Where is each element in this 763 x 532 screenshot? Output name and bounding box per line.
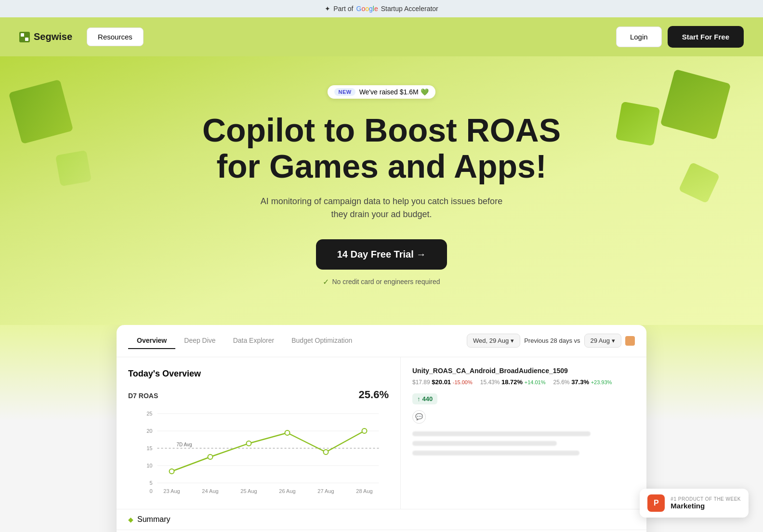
svg-point-12 <box>170 469 174 474</box>
announcement-badge: NEW We've raised $1.6M 💚 <box>328 85 435 99</box>
compare-date: 29 Aug <box>591 337 610 344</box>
score-arrow-icon: ↑ <box>417 395 421 402</box>
chart-value: 25.6% <box>359 389 389 401</box>
svg-text:10: 10 <box>146 463 152 468</box>
chart-section: Today's Overview D7 ROAS 25.6% 25 <box>117 357 401 509</box>
cube-right-small <box>678 162 720 203</box>
cube-left-big <box>9 79 74 144</box>
ph-category: Marketing <box>671 502 741 510</box>
comment-icon[interactable]: 💬 <box>412 410 426 424</box>
svg-text:25: 25 <box>146 411 152 416</box>
svg-text:0: 0 <box>149 488 152 494</box>
dashboard-body: Today's Overview D7 ROAS 25.6% 25 <box>117 357 646 509</box>
logo-icon <box>19 32 30 42</box>
blurred-content <box>412 431 635 455</box>
hero-subtitle: AI monitoring of campaign data to help y… <box>251 195 512 221</box>
logo-text: Segwise <box>34 31 72 42</box>
score-badge: ↑ 440 <box>412 393 437 404</box>
svg-point-17 <box>362 428 367 433</box>
new-tag: NEW <box>334 88 355 96</box>
campaign-name: Unity_ROAS_CA_Android_BroadAudience_1509 <box>412 367 635 375</box>
hero-section: NEW We've raised $1.6M 💚 Copilot to Boos… <box>0 56 763 325</box>
chart-title-row: D7 ROAS 25.6% <box>128 389 389 401</box>
resources-button[interactable]: Resources <box>87 27 144 46</box>
ph-rank: #1 PRODUCT OF THE WEEK <box>671 496 741 502</box>
svg-text:24 Aug: 24 Aug <box>202 488 218 494</box>
no-cc-text: ✓ No credit card or engineers required <box>323 277 440 286</box>
summary-icon: ◆ <box>128 516 133 523</box>
chart-svg-wrap: 25 20 15 10 5 0 7D Avg <box>128 409 389 497</box>
right-section: Unity_ROAS_CA_Android_BroadAudience_1509… <box>401 357 646 509</box>
negatively-row: ✕ Negatively affecting campaigns <box>117 530 646 532</box>
color-swatch <box>625 336 635 346</box>
blurred-row-1 <box>412 431 591 436</box>
cube-right-mid <box>616 102 660 146</box>
badge-text: We've raised $1.6M 💚 <box>359 88 429 96</box>
summary-label: Summary <box>137 515 170 524</box>
blurred-row-3 <box>412 451 579 455</box>
metric-ctr: 15.43% 18.72% +14.01% <box>480 378 546 386</box>
start-free-button[interactable]: Start For Free <box>668 26 744 48</box>
date-label: Wed, 29 Aug <box>473 337 509 344</box>
logo: Segwise <box>19 31 72 42</box>
spark-icon: ✦ <box>325 5 330 13</box>
comment-area: 💬 <box>412 410 635 424</box>
date-selector: Wed, 29 Aug ▾ Previous 28 days vs 29 Aug… <box>467 334 635 348</box>
svg-text:26 Aug: 26 Aug <box>279 488 295 494</box>
banner-prefix: Part of <box>333 5 353 13</box>
compare-label: Previous 28 days vs <box>524 337 580 344</box>
nav-left: Segwise Resources <box>19 27 144 46</box>
tab-data-explorer[interactable]: Data Explorer <box>224 333 283 349</box>
svg-text:28 Aug: 28 Aug <box>356 488 372 494</box>
date-pill[interactable]: Wed, 29 Aug ▾ <box>467 334 520 348</box>
chevron-down-icon2: ▾ <box>612 337 615 344</box>
top-banner: ✦ Part of Google Startup Accelerator <box>0 0 763 17</box>
dashboard-card: Overview Deep Dive Data Explorer Budget … <box>117 325 646 532</box>
chart-title: D7 ROAS <box>128 392 158 400</box>
svg-text:27 Aug: 27 Aug <box>317 488 334 494</box>
cta-button[interactable]: 14 Day Free Trial → <box>316 239 447 270</box>
navbar: Segwise Resources Login Start For Free <box>0 17 763 56</box>
product-hunt-badge[interactable]: P #1 PRODUCT OF THE WEEK Marketing <box>640 489 749 518</box>
cube-right-big <box>660 69 731 140</box>
campaign-metrics: $17.89 $20.01 -15.00% 15.43% 18.72% +14.… <box>412 378 635 404</box>
svg-point-15 <box>285 430 290 435</box>
banner-suffix: Startup Accelerator <box>381 5 438 13</box>
metric-spend: $17.89 $20.01 -15.00% <box>412 378 473 386</box>
svg-point-16 <box>324 450 329 454</box>
svg-text:23 Aug: 23 Aug <box>163 488 180 494</box>
svg-text:25 Aug: 25 Aug <box>240 488 257 494</box>
tab-budget-optimization[interactable]: Budget Optimization <box>283 333 361 349</box>
chevron-down-icon: ▾ <box>511 337 514 344</box>
tab-deep-dive[interactable]: Deep Dive <box>175 333 224 349</box>
compare-date-pill[interactable]: 29 Aug ▾ <box>584 334 622 348</box>
ph-letter: P <box>654 499 659 507</box>
dashboard-footer: ◆ Summary <box>117 509 646 530</box>
score-value: 440 <box>422 395 433 402</box>
chart-svg: 25 20 15 10 5 0 7D Avg <box>128 409 389 495</box>
cube-left-small <box>55 150 92 186</box>
dashboard-tabs: Overview Deep Dive Data Explorer Budget … <box>117 325 646 357</box>
svg-text:5: 5 <box>149 480 152 486</box>
ph-icon: P <box>647 494 665 512</box>
svg-point-13 <box>208 454 213 459</box>
ph-text: #1 PRODUCT OF THE WEEK Marketing <box>671 496 741 510</box>
blurred-row-2 <box>412 441 557 446</box>
google-brand: Google <box>356 5 378 13</box>
login-button[interactable]: Login <box>616 26 662 47</box>
svg-text:20: 20 <box>146 428 152 434</box>
svg-point-14 <box>247 441 251 446</box>
svg-text:15: 15 <box>146 445 152 451</box>
tab-overview[interactable]: Overview <box>128 333 175 349</box>
metric-roas: 25.6% 37.3% +23.93% <box>553 378 612 386</box>
hero-title: Copilot to Boost ROASfor Games and Apps! <box>202 112 561 184</box>
today-overview-title: Today's Overview <box>128 369 389 379</box>
nav-right: Login Start For Free <box>616 26 744 48</box>
svg-text:7D Avg: 7D Avg <box>177 442 192 447</box>
check-icon: ✓ <box>323 277 329 286</box>
